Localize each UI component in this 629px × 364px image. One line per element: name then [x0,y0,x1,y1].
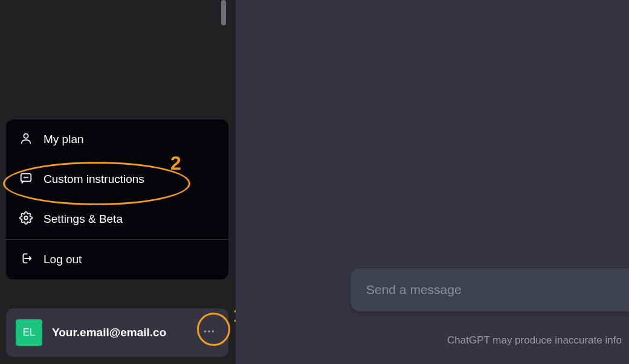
svg-point-5 [24,216,28,220]
sidebar: My plan Custom instructions Settings & B… [0,0,236,364]
svg-point-4 [27,177,28,177]
account-row[interactable]: EL Your.email@email.co [6,308,228,357]
svg-point-6 [204,330,207,333]
my-plan-menu-item[interactable]: My plan [6,120,228,159]
sidebar-scrollbar[interactable] [221,0,226,25]
svg-point-8 [212,330,215,333]
my-plan-label: My plan [44,133,84,146]
footer-disclaimer: ChatGPT may produce inaccurate info [447,334,629,346]
chat-input-container [350,268,629,311]
ellipsis-icon [202,325,216,340]
logout-icon [19,252,33,268]
chat-main-area: ChatGPT may produce inaccurate info [236,0,629,364]
svg-point-0 [24,133,28,138]
chat-input[interactable] [366,283,613,297]
account-popup-menu: My plan Custom instructions Settings & B… [6,120,228,279]
log-out-menu-item[interactable]: Log out [6,240,228,279]
more-options-button[interactable] [199,325,219,340]
message-icon [19,171,33,188]
svg-point-7 [208,330,210,333]
settings-beta-menu-item[interactable]: Settings & Beta [6,199,228,239]
gear-icon [19,211,33,228]
avatar-initials: EL [23,327,36,339]
avatar: EL [16,319,42,346]
svg-point-2 [24,177,25,177]
account-email: Your.email@email.co [52,326,190,339]
svg-point-3 [26,177,27,177]
custom-instructions-label: Custom instructions [44,173,144,186]
settings-beta-label: Settings & Beta [44,212,123,226]
person-icon [19,132,33,148]
log-out-label: Log out [44,253,82,266]
custom-instructions-menu-item[interactable]: Custom instructions [6,159,228,199]
